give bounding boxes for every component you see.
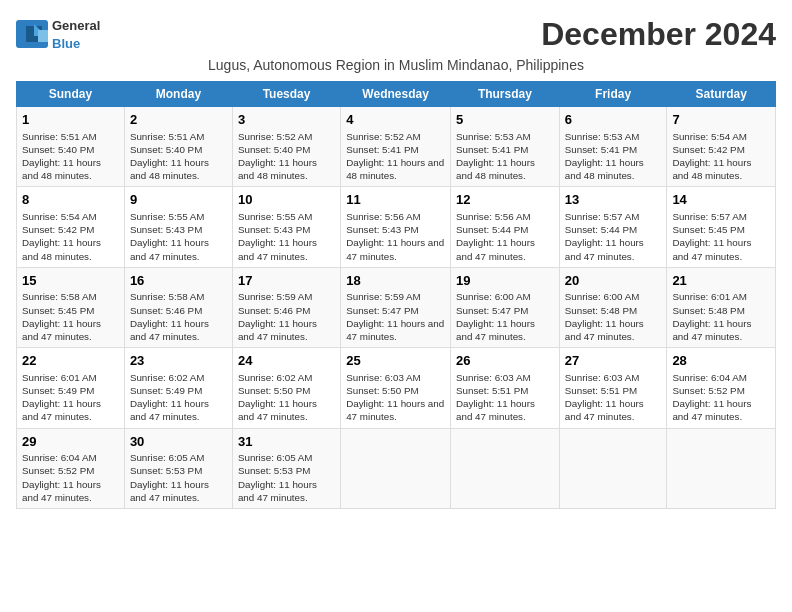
day-number: 6 [565,111,662,129]
calendar-cell: 18Sunrise: 5:59 AMSunset: 5:47 PMDayligh… [341,267,451,347]
day-info: Sunrise: 6:03 AMSunset: 5:50 PMDaylight:… [346,371,445,424]
calendar-header-sunday: Sunday [17,82,125,107]
calendar-cell [559,428,667,508]
day-info: Sunrise: 6:05 AMSunset: 5:53 PMDaylight:… [238,451,335,504]
calendar-cell: 30Sunrise: 6:05 AMSunset: 5:53 PMDayligh… [124,428,232,508]
calendar-cell: 15Sunrise: 5:58 AMSunset: 5:45 PMDayligh… [17,267,125,347]
day-number: 27 [565,352,662,370]
day-number: 14 [672,191,770,209]
day-info: Sunrise: 5:58 AMSunset: 5:45 PMDaylight:… [22,290,119,343]
logo: General Blue [16,16,100,51]
day-number: 25 [346,352,445,370]
subtitle: Lugus, Autonomous Region in Muslim Minda… [16,57,776,73]
day-number: 28 [672,352,770,370]
calendar-cell: 1Sunrise: 5:51 AMSunset: 5:40 PMDaylight… [17,107,125,187]
day-number: 12 [456,191,554,209]
calendar-cell [667,428,776,508]
day-number: 17 [238,272,335,290]
day-info: Sunrise: 6:00 AMSunset: 5:47 PMDaylight:… [456,290,554,343]
calendar-header-monday: Monday [124,82,232,107]
day-number: 2 [130,111,227,129]
calendar-cell: 17Sunrise: 5:59 AMSunset: 5:46 PMDayligh… [232,267,340,347]
calendar-week-row: 29Sunrise: 6:04 AMSunset: 5:52 PMDayligh… [17,428,776,508]
day-info: Sunrise: 5:51 AMSunset: 5:40 PMDaylight:… [22,130,119,183]
day-info: Sunrise: 6:04 AMSunset: 5:52 PMDaylight:… [672,371,770,424]
day-number: 4 [346,111,445,129]
day-number: 5 [456,111,554,129]
day-number: 20 [565,272,662,290]
day-info: Sunrise: 6:03 AMSunset: 5:51 PMDaylight:… [565,371,662,424]
day-info: Sunrise: 5:53 AMSunset: 5:41 PMDaylight:… [456,130,554,183]
day-number: 29 [22,433,119,451]
calendar-cell: 25Sunrise: 6:03 AMSunset: 5:50 PMDayligh… [341,348,451,428]
calendar-cell: 22Sunrise: 6:01 AMSunset: 5:49 PMDayligh… [17,348,125,428]
logo-blue: Blue [52,36,80,51]
day-number: 24 [238,352,335,370]
day-info: Sunrise: 5:58 AMSunset: 5:46 PMDaylight:… [130,290,227,343]
calendar-cell: 8Sunrise: 5:54 AMSunset: 5:42 PMDaylight… [17,187,125,267]
header: General Blue December 2024 [16,16,776,53]
day-info: Sunrise: 6:02 AMSunset: 5:50 PMDaylight:… [238,371,335,424]
day-info: Sunrise: 6:00 AMSunset: 5:48 PMDaylight:… [565,290,662,343]
calendar-week-row: 1Sunrise: 5:51 AMSunset: 5:40 PMDaylight… [17,107,776,187]
svg-marker-3 [38,30,48,42]
calendar-header-saturday: Saturday [667,82,776,107]
day-info: Sunrise: 6:01 AMSunset: 5:49 PMDaylight:… [22,371,119,424]
day-info: Sunrise: 5:52 AMSunset: 5:40 PMDaylight:… [238,130,335,183]
calendar-cell: 6Sunrise: 5:53 AMSunset: 5:41 PMDaylight… [559,107,667,187]
day-info: Sunrise: 5:56 AMSunset: 5:43 PMDaylight:… [346,210,445,263]
calendar-table: SundayMondayTuesdayWednesdayThursdayFrid… [16,81,776,509]
day-info: Sunrise: 5:55 AMSunset: 5:43 PMDaylight:… [238,210,335,263]
logo-general: General [52,18,100,33]
logo-icon [16,20,48,48]
day-info: Sunrise: 5:59 AMSunset: 5:46 PMDaylight:… [238,290,335,343]
calendar-cell: 7Sunrise: 5:54 AMSunset: 5:42 PMDaylight… [667,107,776,187]
day-info: Sunrise: 5:56 AMSunset: 5:44 PMDaylight:… [456,210,554,263]
day-number: 8 [22,191,119,209]
calendar-body: 1Sunrise: 5:51 AMSunset: 5:40 PMDaylight… [17,107,776,509]
calendar-cell: 21Sunrise: 6:01 AMSunset: 5:48 PMDayligh… [667,267,776,347]
logo-text: General Blue [52,16,100,51]
day-number: 23 [130,352,227,370]
calendar-header-row: SundayMondayTuesdayWednesdayThursdayFrid… [17,82,776,107]
day-info: Sunrise: 5:57 AMSunset: 5:44 PMDaylight:… [565,210,662,263]
day-number: 3 [238,111,335,129]
day-info: Sunrise: 5:53 AMSunset: 5:41 PMDaylight:… [565,130,662,183]
day-info: Sunrise: 6:05 AMSunset: 5:53 PMDaylight:… [130,451,227,504]
calendar-cell: 24Sunrise: 6:02 AMSunset: 5:50 PMDayligh… [232,348,340,428]
calendar-cell: 11Sunrise: 5:56 AMSunset: 5:43 PMDayligh… [341,187,451,267]
day-info: Sunrise: 5:54 AMSunset: 5:42 PMDaylight:… [672,130,770,183]
calendar-header-friday: Friday [559,82,667,107]
calendar-week-row: 8Sunrise: 5:54 AMSunset: 5:42 PMDaylight… [17,187,776,267]
day-number: 13 [565,191,662,209]
calendar-week-row: 22Sunrise: 6:01 AMSunset: 5:49 PMDayligh… [17,348,776,428]
calendar-cell [341,428,451,508]
day-info: Sunrise: 5:51 AMSunset: 5:40 PMDaylight:… [130,130,227,183]
day-number: 30 [130,433,227,451]
day-info: Sunrise: 6:01 AMSunset: 5:48 PMDaylight:… [672,290,770,343]
calendar-cell [451,428,560,508]
calendar-cell: 19Sunrise: 6:00 AMSunset: 5:47 PMDayligh… [451,267,560,347]
day-info: Sunrise: 5:57 AMSunset: 5:45 PMDaylight:… [672,210,770,263]
day-number: 16 [130,272,227,290]
calendar-header-tuesday: Tuesday [232,82,340,107]
day-info: Sunrise: 5:59 AMSunset: 5:47 PMDaylight:… [346,290,445,343]
day-info: Sunrise: 5:52 AMSunset: 5:41 PMDaylight:… [346,130,445,183]
day-number: 11 [346,191,445,209]
day-number: 1 [22,111,119,129]
calendar-cell: 27Sunrise: 6:03 AMSunset: 5:51 PMDayligh… [559,348,667,428]
calendar-cell: 23Sunrise: 6:02 AMSunset: 5:49 PMDayligh… [124,348,232,428]
calendar-cell: 4Sunrise: 5:52 AMSunset: 5:41 PMDaylight… [341,107,451,187]
calendar-cell: 29Sunrise: 6:04 AMSunset: 5:52 PMDayligh… [17,428,125,508]
day-number: 7 [672,111,770,129]
day-info: Sunrise: 5:54 AMSunset: 5:42 PMDaylight:… [22,210,119,263]
day-info: Sunrise: 5:55 AMSunset: 5:43 PMDaylight:… [130,210,227,263]
day-number: 21 [672,272,770,290]
day-number: 9 [130,191,227,209]
calendar-cell: 12Sunrise: 5:56 AMSunset: 5:44 PMDayligh… [451,187,560,267]
calendar-cell: 3Sunrise: 5:52 AMSunset: 5:40 PMDaylight… [232,107,340,187]
calendar-cell: 5Sunrise: 5:53 AMSunset: 5:41 PMDaylight… [451,107,560,187]
calendar-cell: 14Sunrise: 5:57 AMSunset: 5:45 PMDayligh… [667,187,776,267]
day-number: 15 [22,272,119,290]
day-number: 22 [22,352,119,370]
